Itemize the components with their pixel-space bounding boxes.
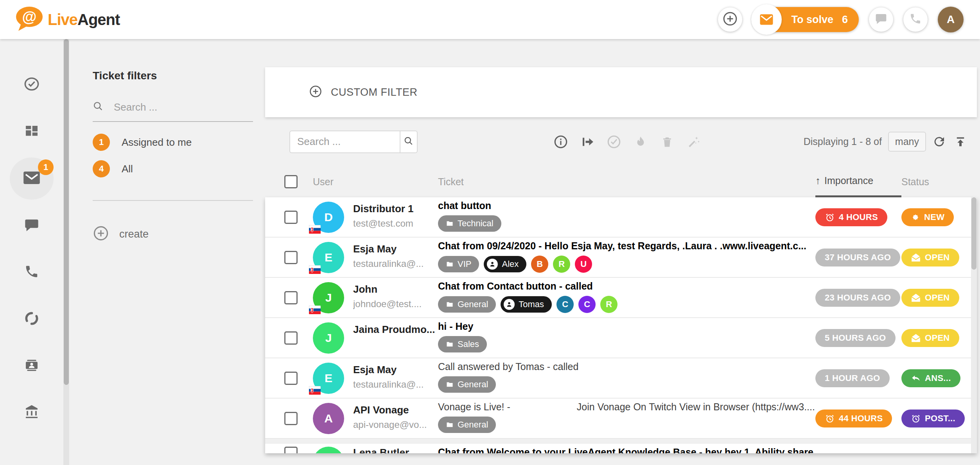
ticket-row[interactable]: EEsja Maytestauralinka@...Chat from 09/2… bbox=[265, 238, 977, 278]
ticket-row[interactable]: JJaina Proudmo...hi - HeySales5 HOURS AG… bbox=[265, 318, 977, 358]
sidebar-scrollbar-thumb[interactable] bbox=[64, 39, 69, 385]
status-cell: NEW bbox=[901, 208, 977, 226]
custom-filter-button[interactable]: CUSTOM FILTER bbox=[331, 86, 418, 98]
ticket-tags: Sales bbox=[438, 336, 815, 352]
filters-search-input[interactable]: Search ... bbox=[93, 101, 253, 122]
row-checkbox[interactable] bbox=[284, 291, 298, 304]
avatar-initial: A bbox=[324, 412, 333, 425]
table-scrollbar[interactable] bbox=[971, 197, 977, 453]
ticket-row[interactable]: DDistributor 1test@test.comchat buttonTe… bbox=[265, 197, 977, 238]
column-user: User bbox=[313, 176, 334, 188]
ticket-tags: General bbox=[438, 417, 815, 433]
row-checkbox[interactable] bbox=[284, 211, 298, 224]
paging-total-button[interactable]: many bbox=[888, 132, 926, 152]
table-scrollbar-thumb[interactable] bbox=[971, 197, 976, 270]
initial-badge[interactable]: R bbox=[553, 256, 570, 273]
sidebar-item-social[interactable] bbox=[19, 307, 44, 331]
ticket-subject: chat button bbox=[438, 200, 491, 211]
department-tag[interactable]: General bbox=[438, 296, 496, 313]
ticket-toolbar: Search ... bbox=[265, 117, 977, 166]
check-circle-icon bbox=[23, 76, 40, 93]
add-button[interactable] bbox=[718, 7, 742, 32]
column-importance-sort[interactable]: ↑ Importance bbox=[815, 166, 901, 197]
ticket-row[interactable]: AAPI Vonageapi-vonage@vo...Vonage is Liv… bbox=[265, 399, 977, 439]
sidebar-item-tickets[interactable]: 1 bbox=[19, 166, 44, 191]
sidebar-item-dashboard[interactable] bbox=[19, 120, 44, 144]
select-all-checkbox[interactable] bbox=[284, 175, 298, 188]
refresh-button[interactable] bbox=[932, 134, 947, 150]
info-button[interactable] bbox=[553, 134, 569, 150]
alarm-clock-icon bbox=[911, 413, 921, 424]
filter-item-assigned-to-me[interactable]: 1 Assigned to me bbox=[93, 134, 265, 151]
row-checkbox[interactable] bbox=[284, 412, 298, 425]
department-tag[interactable]: General bbox=[438, 417, 496, 433]
ticket-subject-line: Chat from Welcome to your LiveAgent Know… bbox=[438, 447, 815, 453]
agent-tag[interactable]: Alex bbox=[484, 256, 526, 272]
row-checkbox[interactable] bbox=[284, 447, 298, 453]
status-label: NEW bbox=[924, 212, 944, 222]
status-label: POST... bbox=[925, 413, 955, 424]
ticket-row[interactable]: JJohnjohndoe@test....Chat from Contact b… bbox=[265, 278, 977, 318]
status-label: OPEN bbox=[925, 293, 950, 303]
sidebar-scrollbar[interactable] bbox=[63, 39, 69, 465]
ticket-search-button[interactable] bbox=[400, 131, 418, 153]
initial-badge[interactable]: C bbox=[556, 296, 574, 313]
user-text: Distributor 1test@test.com bbox=[353, 203, 438, 232]
ticket-cell: Chat from Contact button - calledGeneral… bbox=[438, 281, 815, 315]
status-pill: OPEN bbox=[901, 289, 959, 307]
folder-icon bbox=[446, 340, 454, 348]
folder-icon bbox=[446, 260, 454, 268]
magic-wand-button[interactable] bbox=[686, 134, 702, 150]
sidebar-item-contacts[interactable] bbox=[19, 354, 44, 378]
ticket-cell: Vonage is Live! -Join Vonage On Twitch V… bbox=[438, 401, 815, 436]
status-label: OPEN bbox=[925, 333, 950, 343]
country-flag-icon bbox=[309, 265, 321, 274]
scroll-top-button[interactable] bbox=[953, 134, 968, 150]
user-text: API Vonageapi-vonage@vo... bbox=[353, 404, 438, 433]
importance-cell: 23 HOURS AGO bbox=[815, 289, 901, 307]
sidebar-item-company[interactable] bbox=[19, 401, 44, 425]
status-pill: OPEN bbox=[901, 329, 959, 347]
filter-item-all[interactable]: 4 All bbox=[93, 160, 265, 177]
row-checkbox[interactable] bbox=[284, 372, 298, 385]
tag-label: Alex bbox=[502, 259, 519, 269]
department-tag[interactable]: Technical bbox=[438, 215, 501, 232]
row-checkbox-cell bbox=[265, 412, 313, 425]
plus-circle-icon bbox=[309, 85, 322, 100]
department-tag[interactable]: VIP bbox=[438, 256, 479, 272]
resolve-button[interactable] bbox=[606, 134, 622, 150]
row-checkbox[interactable] bbox=[284, 251, 298, 264]
ticket-subject: Call answered by Tomas - called bbox=[438, 361, 578, 372]
initial-badge[interactable]: B bbox=[531, 256, 548, 273]
delete-button[interactable] bbox=[659, 134, 675, 150]
initial-badge[interactable]: U bbox=[575, 256, 592, 273]
ticket-search-input[interactable]: Search ... bbox=[289, 131, 400, 153]
user-avatar-button[interactable]: A bbox=[938, 7, 964, 32]
folder-icon bbox=[446, 220, 454, 227]
department-tag[interactable]: Sales bbox=[438, 336, 487, 352]
to-solve-button[interactable]: To solve 6 bbox=[752, 7, 859, 32]
ticket-row[interactable]: LLena ButlerChat from Welcome to your Li… bbox=[265, 444, 977, 453]
ticket-subject-line: chat button bbox=[438, 200, 815, 211]
user-name: Esja May bbox=[353, 243, 438, 255]
tag-label: R bbox=[606, 299, 612, 309]
sidebar-item-calls[interactable] bbox=[19, 260, 44, 284]
create-filter-button[interactable]: create bbox=[93, 225, 265, 243]
agent-tag[interactable]: Tomas bbox=[501, 296, 552, 313]
calls-button[interactable] bbox=[903, 7, 928, 32]
ticket-info: chat buttonTechnical bbox=[438, 200, 815, 234]
initial-badge[interactable]: R bbox=[600, 296, 617, 313]
initial-badge[interactable]: C bbox=[578, 296, 596, 313]
sidebar-item-chats[interactable] bbox=[19, 213, 44, 238]
row-checkbox[interactable] bbox=[284, 331, 298, 345]
transfer-button[interactable] bbox=[580, 134, 595, 150]
chats-button[interactable] bbox=[869, 7, 893, 32]
sidebar-item-resolve[interactable] bbox=[19, 73, 44, 97]
flame-button[interactable] bbox=[633, 134, 648, 150]
column-status[interactable]: Status bbox=[901, 176, 977, 188]
ticket-info: Call answered by Tomas - calledGeneral bbox=[438, 361, 815, 395]
user-name: John bbox=[353, 283, 438, 295]
importance-label: 1 HOUR AGO bbox=[825, 373, 880, 383]
ticket-row[interactable]: EEsja Maytestauralinka@...Call answered … bbox=[265, 358, 977, 399]
department-tag[interactable]: General bbox=[438, 376, 496, 393]
